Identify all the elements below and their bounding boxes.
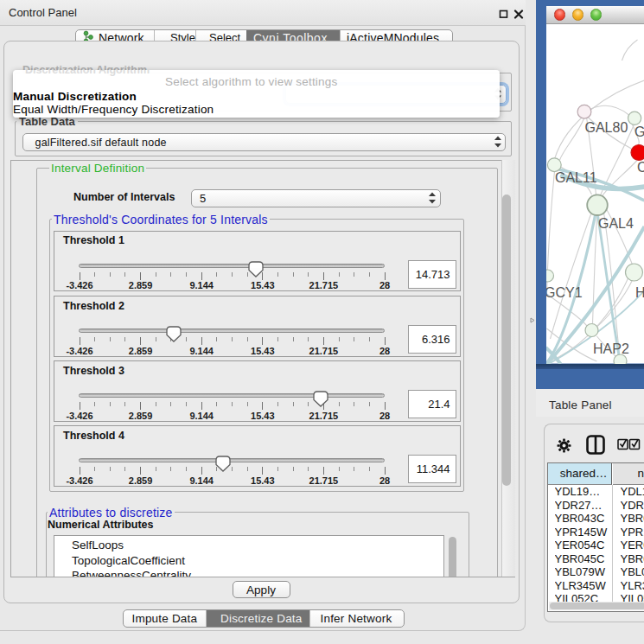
svg-text:H: H [635, 285, 644, 300]
svg-text:HAP2: HAP2 [593, 341, 629, 356]
svg-text:GAL80: GAL80 [584, 120, 628, 135]
svg-text:GAL4: GAL4 [598, 216, 634, 231]
svg-text:C: C [637, 160, 644, 175]
svg-text:GAL11: GAL11 [555, 170, 597, 185]
svg-text:GCY1: GCY1 [546, 285, 583, 300]
svg-text:GA: GA [634, 124, 644, 139]
